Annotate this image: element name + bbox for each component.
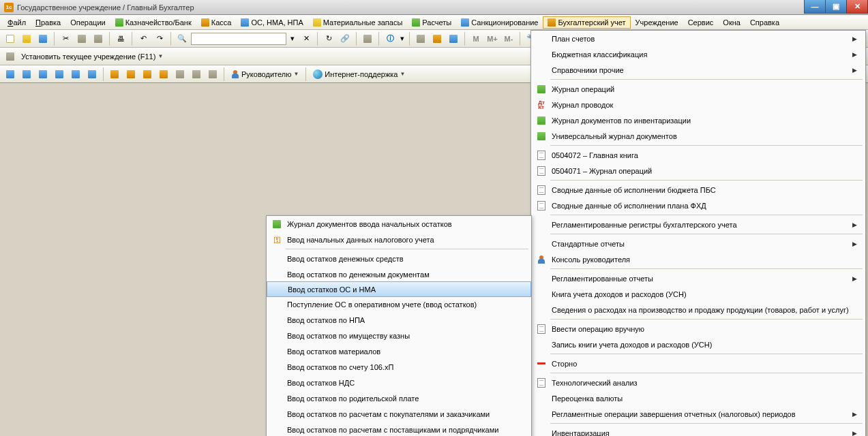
r12-icon[interactable] — [189, 67, 204, 82]
clear-icon[interactable]: ✕ — [299, 31, 314, 46]
menu-item[interactable]: Переоценка валюты — [531, 390, 865, 406]
mplus-icon[interactable]: M+ — [485, 31, 500, 46]
menu-окна[interactable]: Окна — [718, 16, 745, 29]
r9-icon[interactable] — [140, 67, 155, 82]
menu-санкционирование[interactable]: Санкционирование — [456, 16, 543, 29]
copy2-icon[interactable] — [360, 31, 375, 46]
menu-item[interactable]: 0504071 – Журнал операций — [531, 163, 865, 178]
menu-item[interactable]: Бюджетная классификация▶ — [531, 46, 865, 62]
r1-icon[interactable] — [3, 67, 18, 82]
cut-icon[interactable]: ✂ — [58, 31, 73, 46]
menu-separator — [550, 145, 863, 146]
r2-icon[interactable] — [19, 67, 34, 82]
menu-item[interactable]: Ввод остатков денежных средств — [267, 251, 531, 266]
menu-файл[interactable]: Файл — [3, 16, 31, 29]
menu-item[interactable]: План счетов▶ — [531, 31, 865, 46]
search-icon[interactable]: 🔍 — [175, 31, 190, 46]
menu-item[interactable]: Запись книги учета доходов и расходов (У… — [531, 337, 865, 352]
menu-сервис[interactable]: Сервис — [683, 16, 719, 29]
menu-item[interactable]: Регламентированные отчеты▶ — [531, 270, 865, 286]
menu-справка[interactable]: Справка — [745, 16, 784, 29]
menu-item[interactable]: Регламентные операции завершения отчетны… — [531, 406, 865, 422]
menu-item-label: Технологический анализ — [549, 379, 857, 387]
menu-item[interactable]: ДтКтЖурнал проводок — [531, 97, 865, 112]
calendar-icon[interactable] — [430, 31, 445, 46]
menu-item[interactable]: Справочники прочие▶ — [531, 62, 865, 78]
save-icon[interactable] — [35, 31, 50, 46]
menu-item[interactable]: Ввод остатков по денежным документам — [267, 266, 531, 282]
menu-item[interactable]: Инвентаризация▶ — [531, 425, 865, 436]
menu-item[interactable]: 0504072 – Главная книга — [531, 147, 865, 163]
menu-item[interactable]: Ввод остатков материалов — [267, 343, 531, 359]
undo-icon[interactable]: ↶ — [136, 31, 151, 46]
menu-item[interactable]: Книга учета доходов и расходов (УСН) — [531, 286, 865, 302]
search-input[interactable] — [191, 33, 286, 45]
set-institution-button[interactable]: Установить текущее учреждение (F11) ▼ — [18, 51, 166, 62]
menu-касса[interactable]: Касса — [196, 16, 237, 29]
maximize-button[interactable]: ▣ — [825, 0, 847, 14]
menu-item[interactable]: Регламентированные регистры бухгалтерско… — [531, 217, 865, 232]
tool-icon[interactable] — [446, 31, 461, 46]
manager-button[interactable]: Руководителю ▼ — [228, 69, 302, 80]
r3-icon[interactable] — [35, 67, 50, 82]
menu-item[interactable]: Консоль руководителя — [531, 251, 865, 267]
r8-icon[interactable] — [123, 67, 138, 82]
menu-item[interactable]: Поступление ОС в оперативном учете (ввод… — [267, 296, 531, 312]
menu-учреждение[interactable]: Учреждение — [631, 16, 683, 29]
menu-операции[interactable]: Операции — [65, 16, 110, 29]
menu-item[interactable]: Стандартные отчеты▶ — [531, 236, 865, 251]
r7-icon[interactable] — [107, 67, 122, 82]
r5-icon[interactable] — [68, 67, 83, 82]
copy-icon[interactable] — [74, 31, 89, 46]
m-icon[interactable]: M — [468, 31, 483, 46]
institution-icon[interactable] — [3, 49, 18, 64]
menu-расчеты[interactable]: Расчеты — [407, 16, 456, 29]
menu-item[interactable]: Технологический анализ — [531, 375, 865, 390]
menu-item[interactable]: Ввод остатков по родительской плате — [267, 390, 531, 406]
help-icon[interactable]: ⓘ — [383, 31, 398, 46]
menu-item[interactable]: Ввод остатков НДС — [267, 375, 531, 390]
support-button[interactable]: Интернет-поддержка ▼ — [310, 68, 408, 80]
refresh-icon[interactable]: ↻ — [321, 31, 336, 46]
dropdown2-icon[interactable]: ▾ — [399, 31, 406, 46]
menu-item-label: Книга учета доходов и расходов (УСН) — [549, 290, 857, 298]
menu-item[interactable]: Ввод остатков по НПА — [267, 312, 531, 328]
menu-item[interactable]: Ввод остатков по счету 106.хП — [267, 359, 531, 375]
new-icon[interactable] — [3, 31, 18, 46]
menu-правка[interactable]: Правка — [31, 16, 65, 29]
menu-item[interactable]: Журнал операций — [531, 81, 865, 97]
minimize-button[interactable]: — — [804, 0, 826, 14]
print-icon[interactable]: 🖶 — [113, 31, 128, 46]
menu-item[interactable]: Ввод остатков ОС и НМА — [267, 281, 531, 297]
mminus-icon[interactable]: M- — [501, 31, 516, 46]
menu-item[interactable]: Журнал документов по инвентаризации — [531, 112, 865, 128]
menu-item[interactable]: Сводные данные об исполнении бюджета ПБС — [531, 182, 865, 198]
menu-item[interactable]: Сводные данные об исполнении плана ФХД — [531, 198, 865, 213]
menu-item[interactable]: Ввод остатков по расчетам с покупателями… — [267, 406, 531, 422]
menu-item[interactable]: Универсальный журнал документов — [531, 128, 865, 144]
calc-icon[interactable] — [413, 31, 428, 46]
paste-icon[interactable] — [91, 31, 106, 46]
menu-item[interactable]: Журнал документов ввода начальных остатк… — [267, 216, 531, 232]
menu-item[interactable]: Сторно — [531, 356, 865, 371]
menu-item[interactable]: Ввод остатков по имуществу казны — [267, 328, 531, 343]
close-button[interactable]: ✕ — [846, 0, 868, 14]
r4-icon[interactable] — [52, 67, 67, 82]
link-icon[interactable]: 🔗 — [338, 31, 353, 46]
menu-ос-нма-нпа[interactable]: ОС, НМА, НПА — [236, 16, 308, 29]
r10-icon[interactable] — [156, 67, 171, 82]
r6-icon[interactable] — [85, 67, 100, 82]
dropdown-icon[interactable]: ▾ — [288, 31, 297, 46]
open-icon[interactable] — [19, 31, 34, 46]
menu-item[interactable]: ⚿Ввод начальных данных налогового учета — [267, 232, 531, 247]
r11-icon[interactable] — [173, 67, 188, 82]
menu-казначейство-банк[interactable]: Казначейство/Банк — [110, 16, 196, 29]
menu-item[interactable]: Ввести операцию вручную — [531, 321, 865, 337]
menu-item[interactable]: Сведения о расходах на производство и пр… — [531, 302, 865, 317]
r13-icon[interactable] — [205, 67, 220, 82]
menu-материальные-запасы[interactable]: Материальные запасы — [308, 16, 408, 29]
menu-item[interactable]: Ввод остатков по расчетам с поставщиками… — [267, 422, 531, 436]
menu-item-label: Справочники прочие — [549, 66, 852, 74]
menu-бухгалтерский-учет[interactable]: Бухгалтерский учет — [543, 16, 630, 29]
redo-icon[interactable]: ↷ — [152, 31, 167, 46]
